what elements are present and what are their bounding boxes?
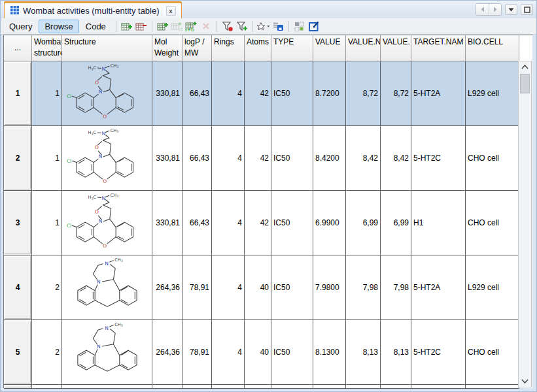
cell-mol[interactable]: 330,81 <box>152 61 182 126</box>
cell-logp[interactable]: 78,91 <box>182 255 212 320</box>
cell-logp[interactable]: 66,43 <box>182 191 212 255</box>
cell-wombat[interactable]: 1 <box>32 126 62 191</box>
cell-value[interactable]: 8.7200 <box>313 61 346 126</box>
cell-target[interactable]: 5-HT2C <box>411 320 466 385</box>
cell-mol[interactable]: 330,81 <box>152 191 182 255</box>
cell-atoms[interactable]: 42 <box>245 191 271 255</box>
cell-logp[interactable]: 66,43 <box>182 61 212 126</box>
tab-wombat-activities[interactable]: Wombat activities (multi-entity table) x <box>4 1 182 18</box>
column-header-structure[interactable]: Structure <box>62 35 152 61</box>
row-number-cell[interactable]: 3 <box>4 191 32 255</box>
structure-cell[interactable] <box>62 191 152 255</box>
row-number-cell[interactable]: 5 <box>4 320 32 385</box>
favorites-star-icon[interactable] <box>256 20 271 33</box>
cell-bio[interactable]: L929 cell <box>466 61 519 126</box>
cell-mol[interactable]: 264,36 <box>152 320 182 385</box>
cell-mol[interactable]: 330,81 <box>152 126 182 191</box>
cell-rings[interactable]: 4 <box>212 320 245 385</box>
cell-type[interactable]: IC50 <box>271 191 313 255</box>
column-header-mol[interactable]: Mol Weight <box>152 35 182 61</box>
cell-atoms[interactable]: 42 <box>245 126 271 191</box>
table-row[interactable]: 42264,3678,91440IC507.98007,987,985-HT2A… <box>4 255 532 320</box>
cell-bio[interactable]: CHO cell <box>466 191 519 255</box>
cell-type[interactable]: IC50 <box>271 126 313 191</box>
column-header-rings[interactable]: Rings <box>212 35 245 61</box>
scrollbar-thumb[interactable] <box>520 74 530 93</box>
cell-value_n[interactable]: 7,98 <box>346 255 381 320</box>
column-header-target[interactable]: TARGET.NAM <box>411 35 466 61</box>
cell-wombat[interactable]: 2 <box>32 255 62 320</box>
structure-cell[interactable] <box>62 320 152 385</box>
cell-wombat[interactable]: 1 <box>32 191 62 255</box>
remove-data-table-icon[interactable] <box>134 20 148 33</box>
code-mode-button[interactable]: Code <box>80 20 112 33</box>
column-header-value[interactable]: VALUE <box>313 35 346 61</box>
row-number-cell[interactable]: 4 <box>4 255 32 320</box>
cell-value_2[interactable]: 8,72 <box>381 61 411 126</box>
tab-close-icon[interactable]: x <box>166 6 176 16</box>
add-table-icon[interactable] <box>156 20 170 33</box>
cell-wombat[interactable]: 2 <box>32 320 62 385</box>
row-number-cell[interactable]: 1 <box>4 61 32 126</box>
column-header-bio[interactable]: BIO.CELL <box>466 35 519 61</box>
query-mode-button[interactable]: Query <box>3 20 38 33</box>
cell-logp[interactable]: 78,91 <box>182 320 212 385</box>
cell-value_n[interactable]: 6,99 <box>346 191 381 255</box>
table-row[interactable]: 52264,3678,91440IC508.13008,138,135-HT2C… <box>4 320 532 385</box>
cell-value_2[interactable]: 8,13 <box>381 320 411 385</box>
scroll-up-icon[interactable] <box>519 61 531 73</box>
cell-value[interactable]: 8.4200 <box>313 126 346 191</box>
maximize-button[interactable] <box>521 4 533 15</box>
cell-mol[interactable]: 264,36 <box>152 255 182 320</box>
cell-target[interactable]: H1 <box>411 191 466 255</box>
cell-value_n[interactable]: 8,13 <box>346 320 381 385</box>
cell-atoms[interactable]: 42 <box>245 61 271 126</box>
add-filter-icon[interactable] <box>235 20 249 33</box>
structure-cell[interactable] <box>62 255 152 320</box>
structure-cell[interactable] <box>62 61 152 126</box>
cell-value[interactable]: 6.9900 <box>313 191 346 255</box>
cell-value[interactable]: 7.9800 <box>313 255 346 320</box>
cell-type[interactable]: IC50 <box>271 61 313 126</box>
next-tab-button[interactable] <box>489 4 501 15</box>
browse-mode-button[interactable]: Browse <box>39 20 78 33</box>
cell-rings[interactable]: 4 <box>212 255 245 320</box>
form-view-icon[interactable] <box>307 20 321 33</box>
cell-value_n[interactable]: 8,42 <box>346 126 381 191</box>
cell-value_2[interactable]: 7,98 <box>381 255 411 320</box>
table-row[interactable]: 21330,8166,43442IC508.42008,428,425-HT2C… <box>4 126 532 191</box>
cell-rings[interactable]: 4 <box>212 61 245 126</box>
row-number-cell[interactable]: 2 <box>4 126 32 191</box>
table-row[interactable]: 31330,8166,43442IC506.99006,996,99H1CHO … <box>4 191 532 255</box>
cell-atoms[interactable]: 40 <box>245 320 271 385</box>
cell-logp[interactable]: 66,43 <box>182 126 212 191</box>
structure-cell[interactable] <box>62 126 152 191</box>
cell-atoms[interactable]: 40 <box>245 255 271 320</box>
column-header-atoms[interactable]: Atoms <box>245 35 271 61</box>
column-header-value_n[interactable]: VALUE.N <box>346 35 381 61</box>
cell-value_n[interactable]: 8,72 <box>346 61 381 126</box>
add-ab-table-icon[interactable]: a+b <box>184 20 199 33</box>
cell-bio[interactable]: CHO cell <box>466 320 519 385</box>
table-row[interactable]: 11330,8166,43442IC508.72008,728,725-HT2A… <box>4 61 532 126</box>
cell-target[interactable]: 5-HT2C <box>411 126 466 191</box>
prev-tab-button[interactable] <box>476 4 489 15</box>
cell-type[interactable]: IC50 <box>271 320 313 385</box>
cell-target[interactable]: 5-HT2A <box>411 61 466 126</box>
vertical-scrollbar[interactable] <box>518 61 532 387</box>
filter-active-icon[interactable] <box>220 20 235 33</box>
cell-bio[interactable]: CHO cell <box>466 126 519 191</box>
column-header-num[interactable]: ... <box>4 35 32 61</box>
cell-value_2[interactable]: 6,99 <box>381 191 411 255</box>
grid-view-icon[interactable] <box>292 20 307 33</box>
scroll-down-icon[interactable] <box>519 376 531 387</box>
tab-list-dropdown-button[interactable] <box>505 4 517 15</box>
add-data-table-icon[interactable] <box>120 20 134 33</box>
cell-wombat[interactable]: 1 <box>32 61 62 126</box>
column-header-logp[interactable]: logP / MW <box>182 35 212 61</box>
cell-bio[interactable]: L929 cell <box>466 255 519 320</box>
cell-rings[interactable]: 4 <box>212 191 245 255</box>
save-list-icon[interactable] <box>271 20 285 33</box>
column-header-type[interactable]: TYPE <box>271 35 313 61</box>
cell-type[interactable]: IC50 <box>271 255 313 320</box>
